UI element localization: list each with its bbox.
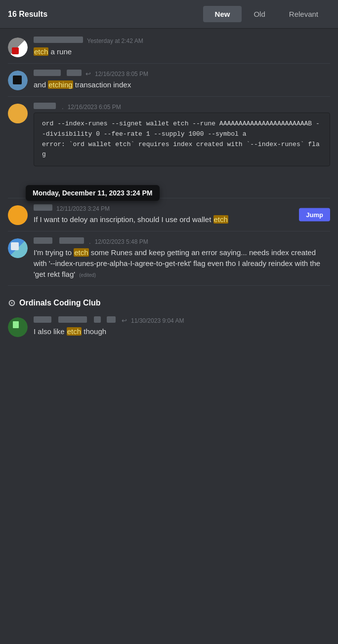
tab-old[interactable]: Old bbox=[242, 6, 277, 22]
message-header: ↩ 12/16/2023 8:05 PM bbox=[34, 70, 330, 77]
username bbox=[34, 70, 61, 76]
tab-new[interactable]: New bbox=[203, 6, 242, 22]
avatar bbox=[8, 38, 28, 57]
username-extra bbox=[58, 316, 87, 323]
reply-icon: ↩ bbox=[85, 70, 91, 77]
code-block: ord --index-runes --signet wallet etch -… bbox=[34, 113, 330, 166]
search-results-page: 16 Results New Old Relevant Yesterday at… bbox=[0, 0, 338, 345]
timestamp: 12/16/2023 8:05 PM bbox=[95, 71, 148, 77]
jump-button[interactable]: Jump bbox=[299, 208, 330, 222]
divider bbox=[8, 231, 330, 231]
list-item: 12/11/2023 3:24 PM If I want to deloy an… bbox=[0, 200, 338, 229]
search-highlight: etch bbox=[34, 47, 48, 56]
timestamp: 11/30/2023 9:04 AM bbox=[131, 317, 184, 324]
avatar bbox=[8, 238, 28, 258]
message-content: ↩ 12/16/2023 8:05 PM and etching transac… bbox=[34, 70, 330, 90]
avatar bbox=[8, 317, 28, 337]
avatar bbox=[8, 71, 28, 90]
message-content: . 12/02/2023 5:48 PM I'm trying to etch … bbox=[34, 237, 330, 279]
username bbox=[34, 316, 51, 323]
username-extra bbox=[59, 237, 84, 244]
username-icon2 bbox=[107, 316, 116, 323]
list-item: ↩ 11/30/2023 9:04 AM I also like etch th… bbox=[0, 312, 338, 341]
results-header: 16 Results New Old Relevant bbox=[0, 0, 338, 29]
username bbox=[34, 103, 56, 109]
search-highlight: etch bbox=[213, 215, 228, 224]
message-header: 12/11/2023 3:24 PM bbox=[34, 204, 330, 212]
list-item: ↩ 12/16/2023 8:05 PM and etching transac… bbox=[0, 66, 338, 94]
message-text: and etching transaction index bbox=[34, 79, 330, 90]
message-content: . 12/16/2023 6:05 PM ord --index-runes -… bbox=[34, 103, 330, 166]
avatar bbox=[8, 104, 28, 123]
sort-tabs: New Old Relevant bbox=[203, 6, 330, 22]
messages-list: Yesterday at 2:42 AM etch a rune ↩ 12/16… bbox=[0, 29, 338, 345]
timestamp-tooltip: Monday, December 11, 2023 3:24 PM bbox=[26, 185, 160, 201]
separator: . bbox=[89, 238, 91, 245]
server-icon: ⊙ bbox=[8, 298, 15, 308]
timestamp: 12/11/2023 3:24 PM bbox=[56, 205, 110, 212]
message-header: . 12/16/2023 6:05 PM bbox=[34, 103, 330, 111]
list-item: . 12/16/2023 6:05 PM ord --index-runes -… bbox=[0, 99, 338, 196]
tab-relevant[interactable]: Relevant bbox=[277, 6, 330, 22]
message-header: Yesterday at 2:42 AM bbox=[34, 37, 330, 44]
message-text: If I want to deloy an inscription, shoul… bbox=[34, 214, 330, 225]
separator: . bbox=[62, 103, 64, 111]
section-label: Ordinals Coding Club bbox=[19, 299, 100, 307]
list-item: Yesterday at 2:42 AM etch a rune bbox=[0, 33, 338, 61]
message-header: ↩ 11/30/2023 9:04 AM bbox=[34, 316, 330, 324]
timestamp: Yesterday at 2:42 AM bbox=[87, 38, 143, 44]
username-icon1 bbox=[94, 316, 101, 323]
message-header: . 12/02/2023 5:48 PM bbox=[34, 237, 330, 245]
search-highlight: etching bbox=[48, 80, 73, 89]
message-text: I'm trying to etch some Runes and keep g… bbox=[34, 247, 330, 279]
divider bbox=[8, 96, 330, 97]
avatar bbox=[8, 205, 28, 225]
search-highlight: etch bbox=[67, 327, 82, 336]
timestamp: 12/02/2023 5:48 PM bbox=[95, 238, 148, 245]
username bbox=[34, 237, 52, 244]
username bbox=[34, 204, 52, 211]
message-content: ↩ 11/30/2023 9:04 AM I also like etch th… bbox=[34, 316, 330, 337]
list-item: . 12/02/2023 5:48 PM I'm trying to etch … bbox=[0, 233, 338, 283]
message-text: I also like etch though bbox=[34, 326, 330, 337]
username-extra bbox=[67, 70, 82, 76]
timestamp: 12/16/2023 6:05 PM bbox=[68, 104, 121, 111]
username bbox=[34, 37, 83, 43]
message-text: etch a rune bbox=[34, 46, 330, 57]
message-content: Yesterday at 2:42 AM etch a rune bbox=[34, 37, 330, 57]
search-highlight: etch bbox=[74, 248, 88, 257]
message-content: 12/11/2023 3:24 PM If I want to deloy an… bbox=[34, 204, 330, 225]
divider bbox=[8, 285, 330, 286]
edited-label: (edited) bbox=[79, 272, 96, 278]
results-count: 16 Results bbox=[8, 10, 47, 19]
reply-icon: ↩ bbox=[122, 317, 127, 324]
divider bbox=[8, 63, 330, 64]
section-header: ⊙ Ordinals Coding Club bbox=[0, 288, 338, 312]
